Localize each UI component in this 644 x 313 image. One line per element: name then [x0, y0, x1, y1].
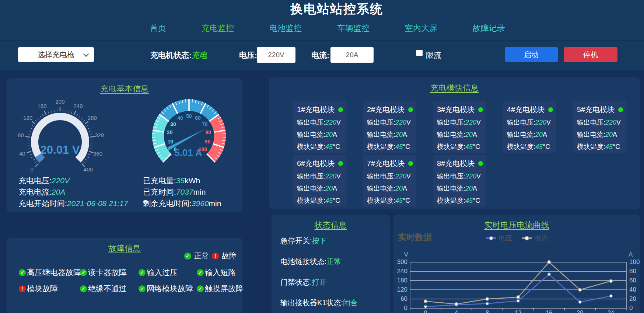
current-input[interactable]: [330, 47, 374, 63]
module-card: 5#充电模块 输出电压:220V 输出电流:20A 模块温度:45°C: [573, 101, 626, 153]
fault-item: 读卡器故障: [80, 267, 139, 278]
voltage-input[interactable]: [257, 47, 295, 63]
svg-text:20: 20: [629, 295, 636, 302]
module-status-dot: [548, 107, 553, 112]
realtime-chart-panel: 006020120401806024080300100VA04812162024…: [393, 215, 640, 313]
toolbar: 选择充电枪 充电机状态:充电 电压: 电流: 限流 启动 停机: [0, 41, 644, 70]
error-icon: [212, 253, 219, 260]
nav-item-indoor-screen[interactable]: 室内大屏: [405, 23, 437, 34]
svg-text:50: 50: [186, 113, 192, 119]
module-status-dot: [338, 161, 343, 166]
svg-text:16: 16: [546, 310, 552, 313]
module-status-dot: [478, 107, 483, 112]
chevron-down-icon: [83, 51, 89, 57]
estop-status: 急停开关:按下: [280, 236, 358, 246]
module-status-dot: [408, 107, 413, 112]
nav-item-vehicle-monitor[interactable]: 车辆监控: [337, 23, 370, 34]
legend-label: 电流: [535, 234, 548, 243]
svg-text:300: 300: [397, 258, 407, 265]
module-status-dot: [408, 161, 413, 166]
voltage-gauge: 0408012016020024028032036040020.01 V: [7, 97, 115, 177]
chart-legend: 电压电流: [393, 234, 640, 243]
svg-text:V: V: [404, 251, 409, 258]
chart-panel-title: 实时电压电流曲线: [393, 215, 640, 231]
fault-item: 网络模块故障: [139, 284, 197, 294]
status-panel: 状态信息 急停开关:按下 电池链接状态:正常 门禁状态:打开 输出接收器K1状态…: [272, 215, 390, 313]
svg-text:5.01 A: 5.01 A: [174, 147, 202, 158]
fault-status-icon: [80, 269, 87, 276]
fault-status-icon: [19, 269, 26, 276]
nav-item-home[interactable]: 首页: [150, 23, 166, 34]
gun-select[interactable]: 选择充电枪: [18, 47, 94, 62]
basic-info-panel: 充电基本信息 0408012016020024028032036040020.0…: [7, 78, 242, 212]
ok-icon: [184, 253, 191, 260]
battery-link-status: 电池链接状态:正常: [280, 257, 358, 267]
svg-text:30: 30: [170, 121, 176, 127]
charge-current: 充电电流:20A: [18, 186, 128, 198]
svg-text:4: 4: [455, 310, 458, 313]
nav-item-charge-monitor[interactable]: 充电监控: [202, 23, 234, 34]
svg-text:360: 360: [93, 150, 102, 157]
fault-item: 绝缘不通过: [80, 284, 139, 294]
modules-panel-title: 充电模快信息: [269, 77, 640, 94]
fault-status-icon: [197, 269, 204, 276]
module-card: 4#充电模块 输出电压:220V 输出电流:20A 模块温度:45°C: [503, 101, 556, 153]
svg-text:100: 100: [629, 258, 640, 265]
header: 换电站站控系统 首页 充电监控 电池监控 车辆监控 室内大屏 故障记录: [0, 0, 644, 41]
svg-text:80: 80: [206, 129, 211, 135]
basic-info-title: 充电基本信息: [7, 78, 242, 94]
charger-status: 充电机状态:充电: [150, 50, 207, 60]
fault-status-icon: [19, 285, 26, 292]
module-card: 7#充电模块 输出电压:220V 输出电流:20A 模块温度:45°C: [363, 155, 416, 206]
fault-item: 输入短路: [197, 267, 242, 278]
charger-status-value: 充电: [192, 51, 207, 59]
svg-text:120: 120: [23, 115, 32, 121]
current-label: 电流:: [311, 50, 329, 60]
svg-text:280: 280: [88, 115, 97, 121]
charge-voltage: 充电电压:220V: [18, 175, 128, 186]
svg-text:240: 240: [74, 103, 83, 109]
start-button[interactable]: 启动: [505, 47, 558, 62]
svg-text:40: 40: [629, 286, 636, 293]
status-list: 急停开关:按下 电池链接状态:正常 门禁状态:打开 输出接收器K1状态:闭合: [280, 236, 358, 313]
fault-item: 输入过压: [139, 267, 197, 278]
fault-grid: 高压继电器故障 读卡器故障 输入过压 输入短路 模块故障 绝缘不通过 网络模块故…: [19, 267, 242, 294]
limit-checkbox[interactable]: [416, 50, 423, 56]
svg-text:240: 240: [397, 268, 407, 275]
svg-text:20: 20: [167, 129, 173, 135]
svg-text:20: 20: [577, 310, 583, 313]
status-panel-title: 状态信息: [272, 215, 390, 231]
legend-marker-icon: [522, 237, 532, 239]
svg-text:80: 80: [18, 132, 24, 138]
svg-text:A: A: [629, 251, 633, 258]
svg-text:40: 40: [19, 150, 25, 157]
current-gauge: 01020304050607080901005.01 A: [144, 94, 234, 178]
k1-relay-status: 输出接收器K1状态:闭合: [280, 298, 358, 308]
fault-status-icon: [197, 285, 204, 292]
charge-start-time: 充电开始时间:2021-06-08 21:17: [18, 198, 128, 209]
stop-button[interactable]: 停机: [564, 47, 617, 62]
legend-item[interactable]: 电流: [522, 234, 548, 243]
svg-text:60: 60: [629, 277, 636, 284]
svg-text:70: 70: [202, 121, 208, 127]
module-card: 6#充电模块 输出电压:220V 输出电流:20A 模块温度:45°C: [293, 155, 346, 206]
svg-text:10: 10: [168, 139, 174, 145]
svg-text:20.01 V: 20.01 V: [41, 143, 80, 156]
module-card: 2#充电模块 输出电压:220V 输出电流:20A 模块温度:45°C: [363, 101, 416, 153]
nav-item-battery-monitor[interactable]: 电池监控: [269, 23, 302, 34]
fault-item: 触摸屏故障: [197, 284, 242, 294]
charge-modules-panel: 充电模快信息 1#充电模块 输出电压:220V 输出电流:20A 模块温度:45…: [269, 77, 640, 209]
module-card: 1#充电模块 输出电压:220V 输出电流:20A 模块温度:45°C: [293, 101, 346, 153]
nav-item-fault-records[interactable]: 故障记录: [473, 23, 505, 34]
svg-text:90: 90: [205, 139, 211, 145]
svg-text:60: 60: [400, 295, 407, 302]
fault-status-icon: [139, 285, 146, 292]
door-status: 门禁状态:打开: [280, 277, 358, 287]
fault-status-icon: [80, 285, 87, 292]
svg-text:180: 180: [397, 277, 407, 284]
remaining-time: 剩余充电时间:3960min: [143, 198, 221, 209]
legend-item[interactable]: 电压: [486, 234, 512, 243]
svg-text:0: 0: [404, 305, 407, 312]
limit-label: 限流: [426, 50, 441, 60]
charged-time: 已充时间:7037min: [143, 186, 221, 198]
